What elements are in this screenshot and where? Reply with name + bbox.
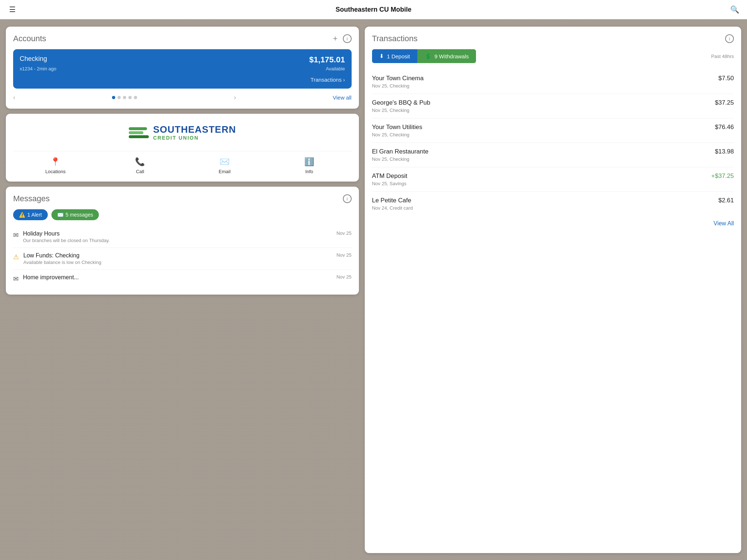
info-icon: ℹ️ (304, 157, 314, 167)
messages-badge-icon: ✉️ (57, 212, 63, 218)
checking-transactions-link[interactable]: Transactions › (310, 77, 345, 83)
logo-wave-2 (129, 131, 143, 134)
search-icon[interactable]: 🔍 (729, 5, 740, 14)
accounts-pagination: ‹ › View all (13, 94, 352, 101)
view-all-accounts-link[interactable]: View all (333, 94, 351, 101)
checking-available: Available (326, 66, 345, 71)
main-content: Accounts + i Checking $1,175.01 x1234 - … (0, 19, 747, 560)
message-subtitle-1: Our branches will be closed on Thursday. (23, 238, 332, 243)
logo-wave-3 (129, 135, 149, 138)
alert-badge-button[interactable]: ⚠️ 1 Alert (13, 209, 48, 220)
logo-text: SOUTHEASTERN CREDIT UNION (153, 125, 236, 141)
txn-name-1: Your Town Cinema (372, 75, 424, 82)
dot-2[interactable] (117, 96, 121, 99)
checking-account-id: x1234 - 2min ago (20, 66, 56, 71)
transactions-info-button[interactable]: i (725, 34, 734, 43)
transactions-header: Transactions i (372, 34, 734, 43)
phone-icon: 📞 (135, 157, 145, 167)
dot-5[interactable] (134, 96, 137, 99)
right-column: Transactions i ⬇ 1 Deposit 💲 9 Withdrawa… (365, 27, 741, 553)
cu-logo: SOUTHEASTERN CREDIT UNION (13, 121, 352, 144)
txn-name-6: Le Petite Cafe (372, 197, 413, 204)
transactions-title: Transactions (372, 34, 418, 43)
txn-name-2: George's BBQ & Pub (372, 99, 430, 106)
dot-4[interactable] (128, 96, 132, 99)
txn-meta-5: Nov 25, Savings (372, 181, 407, 186)
txn-meta-4: Nov 25, Checking (372, 156, 429, 162)
checking-card[interactable]: Checking $1,175.01 x1234 - 2min ago Avai… (13, 49, 352, 89)
transaction-item-1[interactable]: Your Town Cinema Nov 25, Checking $7.50 (372, 70, 734, 94)
txn-details-6: Le Petite Cafe Nov 24, Credit card (372, 197, 413, 211)
message-item-3[interactable]: ✉ Home improvement... Nov 25 (13, 270, 352, 287)
message-date-2: Nov 25 (336, 252, 351, 258)
transaction-item-6[interactable]: Le Petite Cafe Nov 24, Credit card $2.61 (372, 192, 734, 216)
txn-amount-6: $2.61 (718, 197, 734, 204)
txn-details-5: ATM Deposit Nov 25, Savings (372, 172, 407, 186)
txn-amount-2: $37.25 (715, 99, 734, 106)
cu-email-label: Email (219, 169, 231, 174)
add-account-button[interactable]: + (333, 34, 338, 43)
message-title-1: Holiday Hours (23, 230, 332, 237)
checking-top: Checking $1,175.01 (20, 55, 345, 65)
accounts-header: Accounts + i (13, 34, 352, 43)
cu-action-call[interactable]: 📞 Call (98, 157, 182, 174)
accounts-title: Accounts (13, 34, 46, 43)
left-column: Accounts + i Checking $1,175.01 x1234 - … (6, 27, 359, 553)
message-envelope-icon-3: ✉ (13, 275, 19, 283)
dot-3[interactable] (123, 96, 126, 99)
message-title-2: Low Funds: Checking (23, 252, 332, 259)
message-subtitle-2: Available balance is low on Checking (23, 260, 332, 265)
message-badges: ⚠️ 1 Alert ✉️ 5 messages (13, 209, 352, 220)
cu-action-info[interactable]: ℹ️ Info (267, 157, 352, 174)
withdrawal-filter-button[interactable]: 💲 9 Withdrawals (417, 49, 476, 63)
transaction-item-2[interactable]: George's BBQ & Pub Nov 25, Checking $37.… (372, 94, 734, 118)
pagination-dots (112, 96, 137, 99)
logo-icon: SOUTHEASTERN CREDIT UNION (129, 125, 236, 141)
logo-waves (129, 127, 149, 138)
message-content-1: Holiday Hours Our branches will be close… (23, 230, 332, 243)
txn-meta-2: Nov 25, Checking (372, 108, 430, 113)
email-icon: ✉️ (220, 157, 229, 167)
checking-subtitles: x1234 - 2min ago Available (20, 66, 345, 71)
accounts-info-button[interactable]: i (343, 34, 352, 43)
txn-details-4: El Gran Restaurante Nov 25, Checking (372, 148, 429, 162)
txn-amount-5: +$37.25 (711, 172, 734, 180)
transaction-item-4[interactable]: El Gran Restaurante Nov 25, Checking $13… (372, 143, 734, 167)
filter-time-label: Past 48hrs (711, 54, 734, 59)
menu-icon[interactable]: ☰ (7, 5, 18, 14)
messages-header: Messages i (13, 194, 352, 203)
deposit-filter-button[interactable]: ⬇ 1 Deposit (372, 49, 417, 63)
checking-name: Checking (20, 55, 47, 63)
cu-actions: 📍 Locations 📞 Call ✉️ Email ℹ️ Info (13, 151, 352, 174)
message-content-3: Home improvement... (23, 274, 332, 281)
dot-1[interactable] (112, 96, 115, 99)
message-item-1[interactable]: ✉ Holiday Hours Our branches will be clo… (13, 226, 352, 248)
txn-amount-3: $76.46 (715, 124, 734, 131)
message-item-2[interactable]: ⚠ Low Funds: Checking Available balance … (13, 248, 352, 270)
cu-name-line1: SOUTHEASTERN (153, 125, 236, 134)
withdrawal-filter-label: 9 Withdrawals (434, 53, 469, 59)
txn-details-2: George's BBQ & Pub Nov 25, Checking (372, 99, 430, 113)
txn-meta-6: Nov 24, Credit card (372, 205, 413, 211)
message-title-3: Home improvement... (23, 274, 332, 281)
cu-action-email[interactable]: ✉️ Email (182, 157, 267, 174)
messages-info-button[interactable]: i (343, 194, 352, 203)
checking-bottom: Transactions › (20, 77, 345, 83)
cu-action-locations[interactable]: 📍 Locations (13, 157, 98, 174)
transaction-item-5[interactable]: ATM Deposit Nov 25, Savings +$37.25 (372, 167, 734, 192)
transactions-card: Transactions i ⬇ 1 Deposit 💲 9 Withdrawa… (365, 27, 741, 553)
message-content-2: Low Funds: Checking Available balance is… (23, 252, 332, 265)
prev-account-button[interactable]: ‹ (13, 94, 15, 101)
view-all-transactions: View All (372, 220, 734, 227)
transaction-item-3[interactable]: Your Town Utilities Nov 25, Checking $76… (372, 118, 734, 143)
alert-badge-label: 1 Alert (27, 212, 42, 218)
withdrawal-icon: 💲 (425, 53, 431, 59)
message-date-1: Nov 25 (336, 230, 351, 236)
messages-badge-button[interactable]: ✉️ 5 messages (51, 209, 99, 220)
alert-triangle-icon: ⚠ (13, 253, 19, 261)
view-all-transactions-link[interactable]: View All (713, 220, 734, 227)
deposit-icon: ⬇ (379, 53, 384, 59)
app-title: Southeastern CU Mobile (336, 6, 411, 13)
txn-amount-1: $7.50 (718, 75, 734, 82)
next-account-button[interactable]: › (234, 94, 236, 101)
